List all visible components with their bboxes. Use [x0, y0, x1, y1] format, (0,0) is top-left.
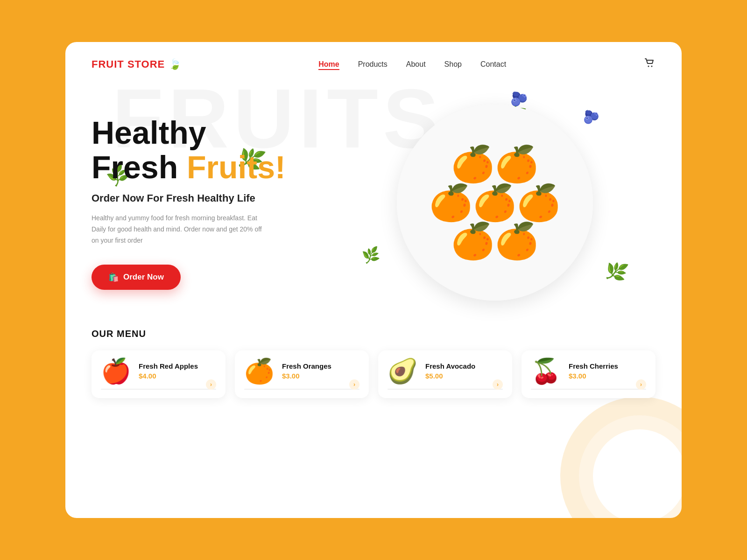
- nav-link-products[interactable]: Products: [358, 60, 388, 68]
- hero-subheading: Order Now For Fresh Healthy Life: [92, 192, 334, 204]
- menu-section: OUR MENU 🍎 Fresh Red Apples $4.00 › 🍊: [65, 315, 682, 398]
- order-now-button[interactable]: 🛍️ Order Now: [92, 265, 181, 290]
- menu-grid: 🍎 Fresh Red Apples $4.00 › 🍊 Fresh Orang…: [92, 350, 655, 398]
- menu-card-apples-arrow[interactable]: ›: [206, 379, 216, 390]
- nav-item-contact[interactable]: Contact: [480, 60, 506, 69]
- menu-card-oranges-divider: [244, 389, 359, 390]
- menu-card-cherries-name: Fresh Cherries: [569, 362, 646, 370]
- hero-right: 🌿 🫐 🌿 🫐 🌿 🍊🍊 🍊🍊🍊 🍊🍊: [334, 95, 655, 310]
- menu-card-cherries-info: Fresh Cherries $3.00: [569, 362, 646, 380]
- apple-icon: 🍎: [101, 359, 131, 383]
- nav-link-home[interactable]: Home: [318, 60, 339, 70]
- menu-card-cherries-divider: [531, 389, 646, 390]
- nav-link-contact[interactable]: Contact: [480, 60, 506, 68]
- menu-card-oranges[interactable]: 🍊 Fresh Oranges $3.00 ›: [235, 350, 369, 398]
- logo-text: FRUIT STORE: [92, 58, 165, 70]
- menu-card-cherries-top: 🍒 Fresh Cherries $3.00: [531, 359, 646, 383]
- menu-card-apples-top: 🍎 Fresh Red Apples $4.00: [101, 359, 216, 383]
- menu-card-apples-divider: [101, 389, 216, 390]
- cart-icon[interactable]: [643, 57, 655, 72]
- menu-card-avocado-info: Fresh Avocado $5.00: [425, 362, 503, 380]
- hero-heading-line2-normal: Fresh: [92, 149, 187, 185]
- orange-icon: 🍊: [244, 359, 275, 383]
- hero-heading-line1: Healthy: [92, 115, 206, 150]
- hero-section: 🌿 🌿 🫐 Healthy Fresh Fruits! Order Now Fo…: [65, 72, 682, 315]
- nav-links: Home Products About Shop Contact: [318, 60, 506, 69]
- nav-link-shop[interactable]: Shop: [444, 60, 462, 68]
- nav-item-home[interactable]: Home: [318, 60, 339, 69]
- menu-card-avocado-top: 🥑 Fresh Avocado $5.00: [388, 359, 503, 383]
- hero-left: Healthy Fresh Fruits! Order Now For Fres…: [92, 115, 334, 290]
- menu-card-avocado-divider: [388, 389, 503, 390]
- menu-card-cherries-arrow[interactable]: ›: [636, 379, 646, 390]
- navbar: FRUIT STORE 🍃 Home Products About Shop C…: [65, 42, 682, 72]
- menu-card-avocado-arrow[interactable]: ›: [493, 379, 503, 390]
- menu-card-cherries-price: $3.00: [569, 372, 646, 380]
- menu-card-apples-price: $4.00: [139, 372, 216, 380]
- float-leaf-bottom-left: 🌿: [361, 245, 381, 265]
- float-leaf-bottom-right: 🌿: [603, 259, 630, 285]
- svg-point-1: [651, 66, 653, 67]
- nav-item-shop[interactable]: Shop: [444, 60, 462, 69]
- menu-card-avocado-name: Fresh Avocado: [425, 362, 503, 370]
- menu-card-oranges-top: 🍊 Fresh Oranges $3.00: [244, 359, 359, 383]
- menu-card-oranges-name: Fresh Oranges: [282, 362, 359, 370]
- menu-card-apples[interactable]: 🍎 Fresh Red Apples $4.00 ›: [92, 350, 226, 398]
- hero-plate-container: 🍊🍊 🍊🍊🍊 🍊🍊: [388, 95, 602, 310]
- menu-section-title: OUR MENU: [92, 329, 655, 339]
- shopping-bag-icon: 🛍️: [108, 272, 119, 282]
- order-btn-label: Order Now: [123, 273, 164, 282]
- avocado-icon: 🥑: [388, 359, 418, 383]
- menu-card-apples-info: Fresh Red Apples $4.00: [139, 362, 216, 380]
- hero-heading-highlight: Fruits!: [187, 149, 286, 185]
- menu-card-avocado-price: $5.00: [425, 372, 503, 380]
- logo-leaf-icon: 🍃: [169, 58, 181, 70]
- hero-description: Healthy and yummy food for fresh morning…: [92, 213, 269, 246]
- nav-item-about[interactable]: About: [406, 60, 426, 69]
- menu-card-cherries[interactable]: 🍒 Fresh Cherries $3.00 ›: [521, 350, 655, 398]
- menu-card-oranges-price: $3.00: [282, 372, 359, 380]
- menu-card-oranges-arrow[interactable]: ›: [349, 379, 359, 390]
- svg-point-0: [648, 66, 649, 67]
- menu-card-avocado[interactable]: 🥑 Fresh Avocado $5.00 ›: [378, 350, 512, 398]
- cherry-icon: 🍒: [531, 359, 561, 383]
- menu-card-oranges-info: Fresh Oranges $3.00: [282, 362, 359, 380]
- nav-link-about[interactable]: About: [406, 60, 426, 68]
- hero-heading: Healthy Fresh Fruits!: [92, 115, 334, 185]
- nav-item-products[interactable]: Products: [358, 60, 388, 69]
- plate-circle: 🍊🍊 🍊🍊🍊 🍊🍊: [397, 105, 593, 301]
- oranges-display: 🍊🍊 🍊🍊🍊 🍊🍊: [429, 145, 561, 260]
- main-card: FRUITS FRUIT STORE 🍃 Home Products About…: [65, 42, 682, 518]
- logo: FRUIT STORE 🍃: [92, 58, 181, 70]
- bg-watermark-circle: [560, 397, 682, 518]
- menu-card-apples-name: Fresh Red Apples: [139, 362, 216, 370]
